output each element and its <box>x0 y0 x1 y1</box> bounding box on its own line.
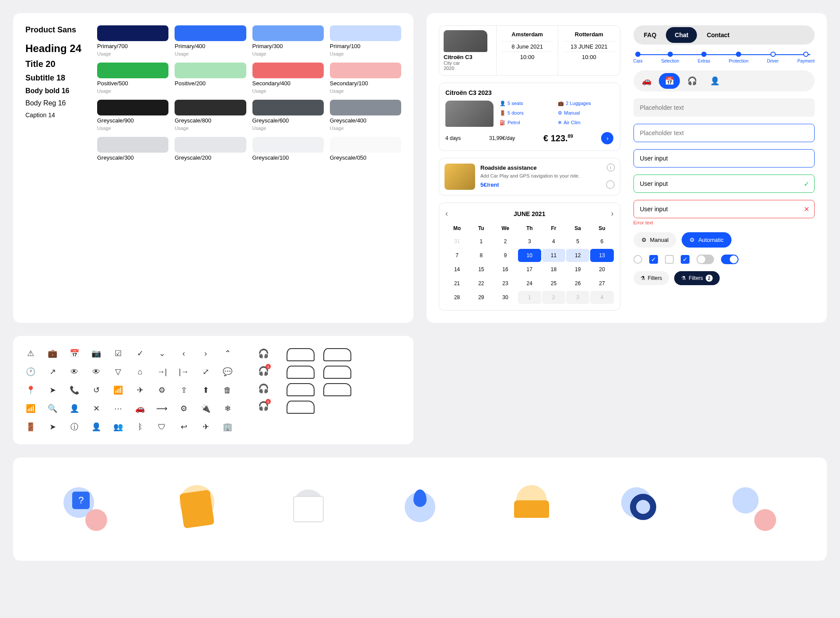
step-extras[interactable]: Extras <box>698 52 710 63</box>
checkbox-off[interactable] <box>665 255 674 264</box>
ev-icon: 🔌 <box>200 403 211 414</box>
car-type-pickup-icon <box>287 401 315 414</box>
check-icon: ✓ <box>804 180 809 188</box>
calendar-dow: We <box>494 223 517 234</box>
calendar-day[interactable]: 30 <box>494 291 517 304</box>
search-icon: 🔍 <box>47 403 58 414</box>
color-swatch: Greyscale/800Usage <box>175 100 246 131</box>
input-active[interactable] <box>634 149 815 168</box>
help-tabs: FAQ Chat Contact <box>634 25 815 45</box>
home-icon: ⌂ <box>135 367 145 377</box>
calendar-day[interactable]: 23 <box>494 277 517 290</box>
calendar-day[interactable]: 3 <box>518 235 541 248</box>
icons-panel: ⚠💼📅📷☑✓⌄‹›⌃ 🕐↗👁👁▽⌂→||→⤢💬 📍➤📞↺📶✈⚙⇪⬆🗑 📶🔍👤✕⋯… <box>13 336 413 444</box>
toggle-off[interactable] <box>696 255 714 264</box>
calendar-day[interactable]: 1 <box>469 235 493 248</box>
checkbox-icon: ☑ <box>113 348 123 359</box>
tab-calendar-icon[interactable]: 📅 <box>659 73 680 89</box>
tab-support-icon[interactable]: 🎧 <box>682 73 703 89</box>
calendar-day[interactable]: 13 <box>590 249 613 262</box>
calendar-day[interactable]: 14 <box>445 263 469 276</box>
trash-icon: 🗑 <box>222 385 233 395</box>
filter-count-badge: 2 <box>706 275 713 282</box>
calendar-day[interactable]: 12 <box>566 249 589 262</box>
input-focus[interactable] <box>634 124 815 142</box>
maximize-icon: ⤢ <box>200 367 211 377</box>
calendar-day[interactable]: 11 <box>542 249 565 262</box>
toggle-on[interactable] <box>721 255 738 264</box>
calendar-day[interactable]: 24 <box>518 277 541 290</box>
calendar-day[interactable]: 10 <box>518 249 541 262</box>
calendar-day[interactable]: 1 <box>518 291 541 304</box>
step-cars[interactable]: Cars <box>634 52 643 63</box>
car-type-suv-icon <box>287 366 315 379</box>
calendar-day[interactable]: 19 <box>566 263 589 276</box>
step-payment[interactable]: Payment <box>797 52 814 63</box>
filters-button[interactable]: ⚗Filters <box>634 271 669 285</box>
calendar-day[interactable]: 2 <box>542 291 565 304</box>
illustration-support-team <box>728 483 780 535</box>
calendar-day[interactable]: 5 <box>566 235 589 248</box>
step-driver[interactable]: Driver <box>767 52 779 63</box>
calendar-day[interactable]: 4 <box>590 291 613 304</box>
wifi-icon: 📶 <box>25 403 36 414</box>
addon-title: Roadside assistance <box>480 164 537 171</box>
illustration-notepad <box>282 483 335 535</box>
tab-faq[interactable]: FAQ <box>635 27 665 43</box>
calendar-day[interactable]: 21 <box>445 277 469 290</box>
pickup-time: 10:00 <box>502 52 553 62</box>
manual-button[interactable]: ⚙Manual <box>634 232 677 248</box>
step-protection[interactable]: Protection <box>729 52 749 63</box>
car-image <box>444 30 487 52</box>
step-selection[interactable]: Selection <box>661 52 679 63</box>
prev-month-button[interactable]: ‹ <box>445 209 448 218</box>
x-icon: ✕ <box>804 205 809 213</box>
calendar-day[interactable]: 29 <box>469 291 493 304</box>
calendar-day[interactable]: 16 <box>494 263 517 276</box>
car-result-card[interactable]: Citroën C3 2023 👤5 seats💼2 Luggages🚪5 do… <box>439 83 620 151</box>
car-type-minivan-icon <box>287 348 315 361</box>
calendar-day[interactable]: 25 <box>542 277 565 290</box>
color-swatch: Primary/400Usage <box>175 25 246 56</box>
tab-profile-icon[interactable]: 👤 <box>704 73 725 89</box>
calendar-day[interactable]: 26 <box>566 277 589 290</box>
input-default[interactable] <box>634 98 815 117</box>
addon-card[interactable]: Roadside assistance i Add Car Play and G… <box>439 158 620 196</box>
calendar-dow: Th <box>518 223 541 234</box>
calendar-day[interactable]: 7 <box>445 249 469 262</box>
calendar-day[interactable]: 3 <box>566 291 589 304</box>
calendar-day[interactable]: 8 <box>469 249 493 262</box>
calendar-day[interactable]: 31 <box>445 235 469 248</box>
tab-chat[interactable]: Chat <box>666 27 697 43</box>
filters-active-button[interactable]: ⚗Filters2 <box>674 271 720 285</box>
input-valid[interactable] <box>634 175 815 193</box>
calendar-day[interactable]: 9 <box>494 249 517 262</box>
checkbox-on-2[interactable]: ✓ <box>681 255 690 264</box>
calendar-day[interactable]: 4 <box>542 235 565 248</box>
calendar-day[interactable]: 6 <box>590 235 613 248</box>
calendar-day[interactable]: 22 <box>469 277 493 290</box>
dropoff-date: 13 JUNE 2021 <box>564 41 614 52</box>
calendar[interactable]: ‹ JUNE 2021 › MoTuWeThFrSaSu311234567891… <box>439 203 620 311</box>
chevron-left-icon: ‹ <box>178 348 189 359</box>
input-error[interactable] <box>634 200 815 218</box>
automatic-button[interactable]: ⚙Automatic <box>682 232 732 248</box>
tab-car-icon[interactable]: 🚗 <box>636 73 657 89</box>
calendar-day[interactable]: 18 <box>542 263 565 276</box>
addon-select-radio[interactable] <box>606 180 615 189</box>
calendar-day[interactable]: 2 <box>494 235 517 248</box>
calendar-day[interactable]: 28 <box>445 291 469 304</box>
calendar-day[interactable]: 15 <box>469 263 493 276</box>
checkbox-on-1[interactable]: ✓ <box>649 255 658 264</box>
radio-off[interactable] <box>634 255 642 264</box>
calendar-day[interactable]: 20 <box>590 263 613 276</box>
tab-contact[interactable]: Contact <box>698 27 738 43</box>
message-icon: 💬 <box>222 367 233 377</box>
info-icon[interactable]: i <box>607 164 615 171</box>
phone-icon: 📞 <box>69 385 80 395</box>
caption-14: Caption 14 <box>25 112 87 119</box>
calendar-day[interactable]: 17 <box>518 263 541 276</box>
calendar-day[interactable]: 27 <box>590 277 613 290</box>
next-month-button[interactable]: › <box>611 209 613 218</box>
select-car-button[interactable]: › <box>601 132 613 144</box>
